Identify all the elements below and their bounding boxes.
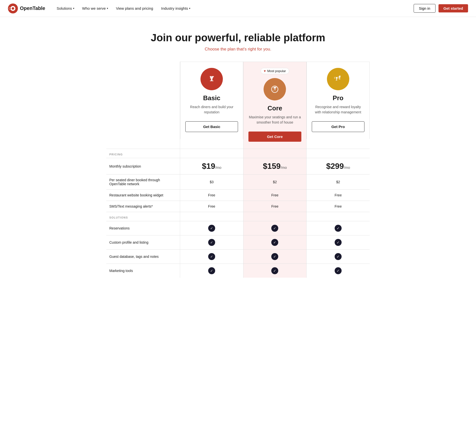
feature-seated-diner: Per seated diner booked through OpenTabl… [106, 175, 180, 190]
pro-reservations: ✓ [307, 221, 370, 235]
basic-seated: $3 [180, 175, 243, 190]
svg-rect-5 [211, 79, 212, 81]
core-sms: Free [243, 201, 306, 212]
core-reservations: ✓ [243, 221, 306, 235]
basic-plan-name: Basic [185, 94, 238, 102]
basic-guestdb: ✓ [180, 250, 243, 264]
get-core-button[interactable]: Get Core [248, 132, 301, 142]
row-guest-database: Guest database, tags and notes ✓ ✓ ✓ [106, 250, 370, 264]
feature-col-empty [106, 62, 180, 149]
plan-pro-header: Pro Recognise and reward loyalty with re… [307, 62, 370, 149]
feature-sms: SMS/Text messaging alerts* [106, 201, 180, 212]
nav-industry-insights[interactable]: Industry insights ▾ [158, 4, 194, 12]
feature-guest-db: Guest database, tags and notes [106, 250, 180, 264]
core-icon [264, 78, 286, 100]
row-reservations: Reservations ✓ ✓ ✓ [106, 221, 370, 235]
pricing-section: Basic Reach diners and build your reputa… [101, 62, 375, 293]
basic-sms: Free [180, 201, 243, 212]
plan-core-header: ♥ Most popular [243, 62, 306, 149]
row-sms-alerts: SMS/Text messaging alerts* Free Free Fre… [106, 201, 370, 212]
plan-basic-header: Basic Reach diners and build your reputa… [180, 62, 243, 149]
checkmark-icon: ✓ [208, 239, 215, 246]
core-plan-name: Core [248, 104, 301, 112]
svg-point-2 [12, 7, 14, 10]
pricing-table: Basic Reach diners and build your reputa… [106, 62, 370, 278]
nav-actions: Sign in Get started [414, 4, 468, 13]
svg-point-8 [210, 78, 211, 79]
core-marketing: ✓ [243, 264, 306, 278]
core-widget: Free [243, 190, 306, 201]
navbar: OpenTable Solutions ▾ Who we serve ▾ Vie… [0, 0, 476, 17]
hero-subtitle: Choose the plan that's right for you. [5, 47, 471, 52]
svg-point-11 [276, 87, 277, 88]
core-monthly: $159/mo [243, 158, 306, 175]
nav-solutions[interactable]: Solutions ▾ [53, 4, 78, 12]
feature-reservations: Reservations [106, 221, 180, 235]
logo[interactable]: OpenTable [8, 3, 45, 13]
core-seated: $2 [243, 175, 306, 190]
nav-who-we-serve[interactable]: Who we serve ▾ [79, 4, 112, 12]
pro-profile: ✓ [307, 235, 370, 250]
feature-monthly: Monthly subscription [106, 158, 180, 175]
hero-section: Join our powerful, reliable platform Cho… [0, 17, 476, 62]
svg-point-12 [273, 90, 274, 91]
svg-point-3 [9, 7, 11, 9]
basic-widget: Free [180, 190, 243, 201]
core-profile: ✓ [243, 235, 306, 250]
svg-point-18 [339, 75, 340, 76]
basic-monthly: $19/mo [180, 158, 243, 175]
pro-guestdb: ✓ [307, 250, 370, 264]
pro-card: Pro Recognise and reward loyalty with re… [307, 62, 370, 139]
checkmark-icon: ✓ [271, 267, 278, 274]
row-monthly-subscription: Monthly subscription $19/mo $159/mo $299… [106, 158, 370, 175]
svg-point-13 [332, 73, 345, 86]
row-per-seated-diner: Per seated diner booked through OpenTabl… [106, 175, 370, 190]
feature-marketing: Marketing tools [106, 264, 180, 278]
core-card: ♥ Most popular [243, 62, 306, 149]
plan-headers: Basic Reach diners and build your reputa… [106, 62, 370, 149]
nav-view-plans[interactable]: View plans and pricing [113, 4, 157, 12]
feature-booking-widget: Restaurant website booking widget [106, 190, 180, 201]
svg-point-19 [336, 80, 336, 81]
row-custom-profile: Custom profile and listing ✓ ✓ ✓ [106, 235, 370, 250]
basic-card: Basic Reach diners and build your reputa… [180, 62, 243, 139]
checkmark-icon: ✓ [208, 225, 215, 232]
most-popular-text: Most popular [267, 69, 286, 73]
checkmark-icon: ✓ [208, 253, 215, 260]
nav-links: Solutions ▾ Who we serve ▾ View plans an… [53, 4, 414, 12]
getstarted-button[interactable]: Get started [438, 4, 468, 12]
pro-seated: $2 [307, 175, 370, 190]
solutions-label: SOLUTIONS [106, 212, 180, 221]
get-pro-button[interactable]: Get Pro [312, 121, 364, 132]
svg-point-7 [213, 76, 214, 77]
chevron-down-icon: ▾ [107, 7, 108, 10]
row-marketing-tools: Marketing tools ✓ ✓ ✓ [106, 264, 370, 278]
svg-rect-16 [339, 78, 340, 79]
basic-icon [200, 68, 223, 90]
heart-icon: ♥ [264, 69, 266, 73]
checkmark-icon: ✓ [335, 225, 342, 232]
core-plan-desc: Maximise your seatings and run a smoothe… [248, 115, 301, 127]
svg-rect-6 [210, 81, 213, 81]
signin-button[interactable]: Sign in [414, 4, 436, 13]
get-basic-button[interactable]: Get Basic [185, 121, 238, 132]
pricing-label: PRICING [106, 149, 180, 158]
checkmark-icon: ✓ [335, 253, 342, 260]
logo-text: OpenTable [20, 5, 45, 11]
feature-custom-profile: Custom profile and listing [106, 235, 180, 250]
basic-profile: ✓ [180, 235, 243, 250]
core-guestdb: ✓ [243, 250, 306, 264]
svg-rect-14 [336, 79, 337, 80]
checkmark-icon: ✓ [208, 267, 215, 274]
pro-plan-name: Pro [312, 94, 364, 102]
pro-widget: Free [307, 190, 370, 201]
chevron-down-icon: ▾ [189, 7, 190, 10]
checkmark-icon: ✓ [271, 253, 278, 260]
svg-rect-17 [339, 79, 340, 79]
pricing-section-label-row: PRICING [106, 149, 370, 158]
checkmark-icon: ✓ [271, 225, 278, 232]
basic-marketing: ✓ [180, 264, 243, 278]
pro-sms: Free [307, 201, 370, 212]
basic-plan-desc: Reach diners and build your reputation [185, 104, 238, 116]
chevron-down-icon: ▾ [73, 7, 74, 10]
